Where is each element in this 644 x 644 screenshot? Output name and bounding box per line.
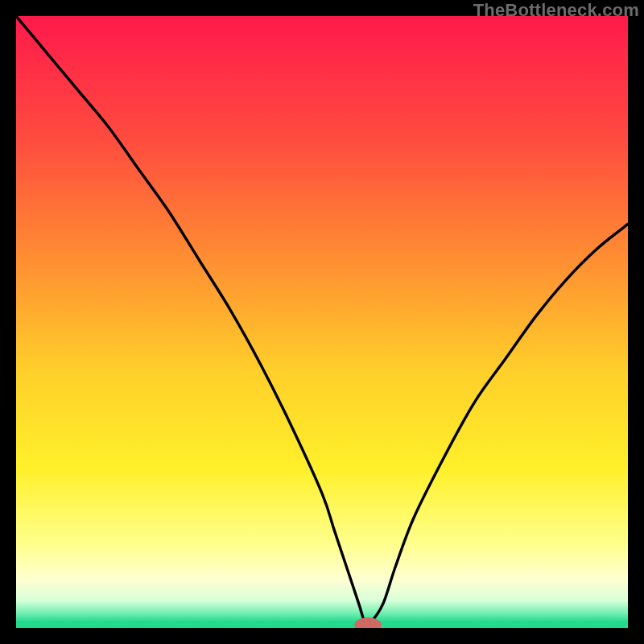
bottleneck-curve <box>16 16 628 624</box>
optimal-marker <box>354 617 381 628</box>
curve-layer <box>16 16 628 628</box>
chart-frame: TheBottleneck.com <box>0 0 644 644</box>
watermark-text: TheBottleneck.com <box>473 0 639 21</box>
plot-area <box>16 16 628 628</box>
